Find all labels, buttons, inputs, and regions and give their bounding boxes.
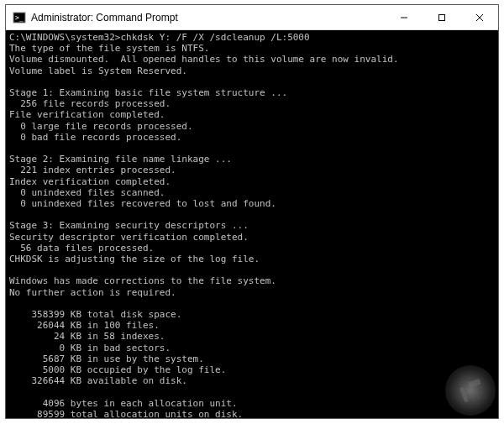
console-line: 0 large file records processed. xyxy=(9,121,495,132)
console-line xyxy=(9,76,495,87)
window-controls xyxy=(385,5,498,29)
console-line xyxy=(9,143,495,154)
console-line: C:\WINDOWS\system32>chkdsk Y: /F /X /sdc… xyxy=(9,32,495,43)
console-line: 5687 KB in use by the system. xyxy=(9,353,495,364)
console-line xyxy=(9,264,495,275)
console-line xyxy=(9,387,495,398)
console-line xyxy=(9,209,495,220)
console-line: 5000 KB occupied by the log file. xyxy=(9,364,495,375)
console-line: Stage 1: Examining basic file system str… xyxy=(9,87,495,98)
console-line: 26044 KB in 100 files. xyxy=(9,320,495,331)
window-title: Administrator: Command Prompt xyxy=(31,12,385,24)
console-line: 0 unindexed files scanned. xyxy=(9,187,495,198)
console-line: Volume dismounted. All opened handles to… xyxy=(9,54,495,65)
console-line: Windows has made corrections to the file… xyxy=(9,275,495,286)
console-line: 89599 total allocation units on disk. xyxy=(9,409,495,418)
maximize-button[interactable] xyxy=(423,5,460,29)
console-line: The type of the file system is NTFS. xyxy=(9,43,495,54)
cmd-icon: >_ xyxy=(13,11,26,24)
console-line: 0 unindexed files recovered to lost and … xyxy=(9,198,495,209)
command-prompt-window: >_ Administrator: Command Prompt C:\WIND… xyxy=(5,4,499,419)
svg-rect-3 xyxy=(438,14,444,20)
console-line: File verification completed. xyxy=(9,109,495,120)
console-line xyxy=(9,298,495,309)
titlebar[interactable]: >_ Administrator: Command Prompt xyxy=(6,5,498,30)
svg-text:>_: >_ xyxy=(15,14,24,22)
console-line: 221 index entries processed. xyxy=(9,165,495,175)
console-line: 24 KB in 58 indexes. xyxy=(9,331,495,342)
console-line: Stage 2: Examining file name linkage ... xyxy=(9,154,495,165)
console-line: 4096 bytes in each allocation unit. xyxy=(9,398,495,409)
close-button[interactable] xyxy=(460,5,498,29)
console-line: No further action is required. xyxy=(9,287,495,298)
console-line: 326644 KB available on disk. xyxy=(9,375,495,386)
console-line: Security descriptor verification complet… xyxy=(9,232,495,243)
console-line: 256 file records processed. xyxy=(9,98,495,109)
console-line: 0 bad file records processed. xyxy=(9,132,495,143)
minimize-button[interactable] xyxy=(385,5,423,29)
console-line: CHKDSK is adjusting the size of the log … xyxy=(9,254,495,264)
console-line: Volume label is System Reserved. xyxy=(9,65,495,76)
console-line: Stage 3: Examining security descriptors … xyxy=(9,220,495,231)
console-output[interactable]: C:\WINDOWS\system32>chkdsk Y: /F /X /sdc… xyxy=(6,30,498,418)
console-line: 358399 KB total disk space. xyxy=(9,309,495,320)
console-line: 56 data files processed. xyxy=(9,243,495,254)
console-line: 0 KB in bad sectors. xyxy=(9,343,495,353)
console-line: Index verification completed. xyxy=(9,176,495,187)
